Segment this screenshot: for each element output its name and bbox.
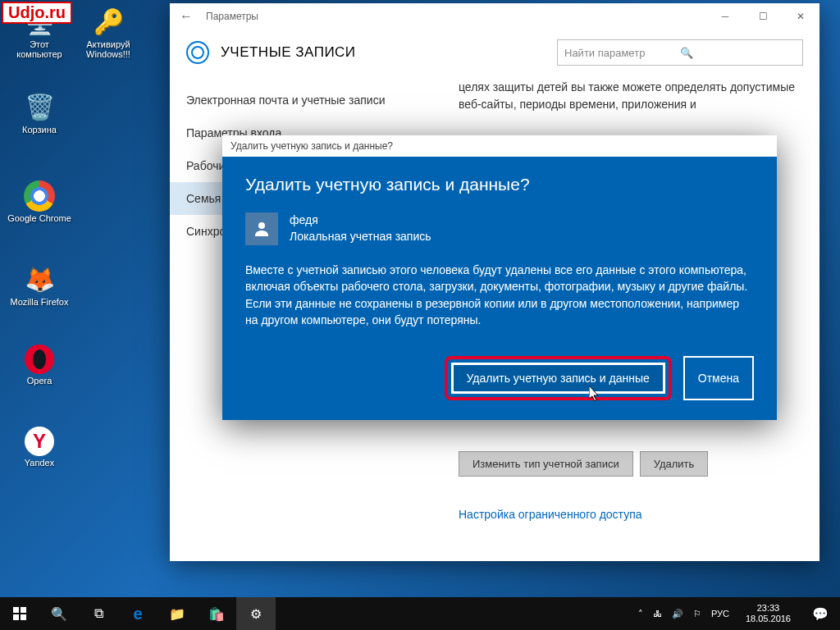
svg-rect-4 (21, 614, 26, 620)
desktop-icon-firefox[interactable]: 🦊 Mozilla Firefox (7, 262, 72, 307)
search-taskbar-button[interactable]: 🔍 (39, 597, 79, 630)
page-title: УЧЕТНЫЕ ЗАПИСИ (221, 44, 557, 61)
highlight-annotation: Удалить учетную запись и данные (445, 356, 672, 400)
desktop-icon-chrome[interactable]: Google Chrome (7, 180, 72, 223)
avatar-icon (245, 212, 278, 245)
action-center-button[interactable]: 💬 (801, 597, 840, 630)
minimize-button[interactable]: ─ (706, 3, 744, 30)
watermark: Udjo.ru (2, 2, 72, 24)
account-type: Локальная учетная запись (290, 229, 431, 245)
delete-account-button[interactable]: Удалить (640, 451, 709, 477)
titlebar: ← Параметры ─ ☐ ✕ (170, 3, 819, 30)
settings-taskbar-button[interactable]: ⚙ (236, 597, 276, 630)
desktop-icon-recycle-bin[interactable]: 🗑️ Корзина (7, 90, 72, 135)
dialog-titlebar: Удалить учетную запись и данные? (222, 135, 777, 157)
task-view-button[interactable]: ⧉ (79, 597, 118, 630)
explorer-taskbar-button[interactable]: 📁 (158, 597, 197, 630)
maximize-button[interactable]: ☐ (744, 3, 782, 30)
firefox-icon: 🦊 (23, 262, 56, 295)
search-input[interactable]: Найти параметр 🔍 (557, 39, 803, 66)
start-button[interactable] (0, 597, 39, 630)
volume-icon[interactable]: 🔊 (672, 609, 683, 619)
taskbar: 🔍 ⧉ e 📁 🛍️ ⚙ ˄ 🖧 🔊 ⚐ РУС 23:33 18.05.201… (0, 597, 840, 630)
desktop-icon-opera[interactable]: Opera (7, 345, 72, 386)
opera-icon (25, 345, 54, 374)
delete-account-dialog: Удалить учетную запись и данные? Удалить… (222, 135, 777, 420)
key-icon: 🔑 (92, 5, 125, 38)
network-icon[interactable]: 🖧 (653, 609, 662, 619)
restricted-access-link[interactable]: Настройка ограниченного доступа (459, 508, 642, 521)
svg-point-0 (258, 222, 265, 229)
settings-header: УЧЕТНЫЕ ЗАПИСИ Найти параметр 🔍 (170, 30, 819, 79)
yandex-icon: Y (25, 427, 54, 456)
svg-rect-3 (13, 614, 19, 620)
clock[interactable]: 23:33 18.05.2016 (739, 603, 797, 624)
svg-rect-2 (21, 607, 26, 613)
language-indicator[interactable]: РУС (711, 609, 729, 619)
account-name: федя (290, 212, 431, 229)
description-text: целях защиты детей вы также можете опред… (459, 79, 801, 113)
tray-flag-icon[interactable]: ⚐ (693, 609, 701, 619)
edge-taskbar-button[interactable]: e (118, 597, 158, 630)
window-title: Параметры (206, 11, 706, 22)
sidebar-item-email[interactable]: Электронная почта и учетные записи (170, 84, 441, 116)
tray-chevron-icon[interactable]: ˄ (638, 609, 643, 619)
close-button[interactable]: ✕ (782, 3, 819, 30)
trash-icon: 🗑️ (23, 90, 56, 123)
search-icon: 🔍 (680, 47, 796, 59)
store-taskbar-button[interactable]: 🛍️ (197, 597, 236, 630)
gear-icon (186, 41, 209, 64)
chrome-icon (24, 180, 55, 212)
dialog-body-text: Вместе с учетной записью этого человека … (245, 262, 754, 328)
svg-rect-1 (13, 607, 19, 613)
desktop-icon-yandex[interactable]: Y Yandex (7, 427, 72, 468)
system-tray: ˄ 🖧 🔊 ⚐ РУС 23:33 18.05.2016 (638, 603, 801, 624)
dialog-heading: Удалить учетную запись и данные? (245, 175, 754, 194)
confirm-delete-button[interactable]: Удалить учетную запись и данные (451, 363, 665, 394)
cancel-button[interactable]: Отмена (683, 356, 754, 400)
account-info-row: федя Локальная учетная запись (245, 212, 754, 245)
desktop-icon-activate[interactable]: 🔑 Активируй Windows!!! (75, 5, 141, 59)
back-button[interactable]: ← (176, 7, 196, 26)
change-account-type-button[interactable]: Изменить тип учетной записи (459, 451, 633, 477)
